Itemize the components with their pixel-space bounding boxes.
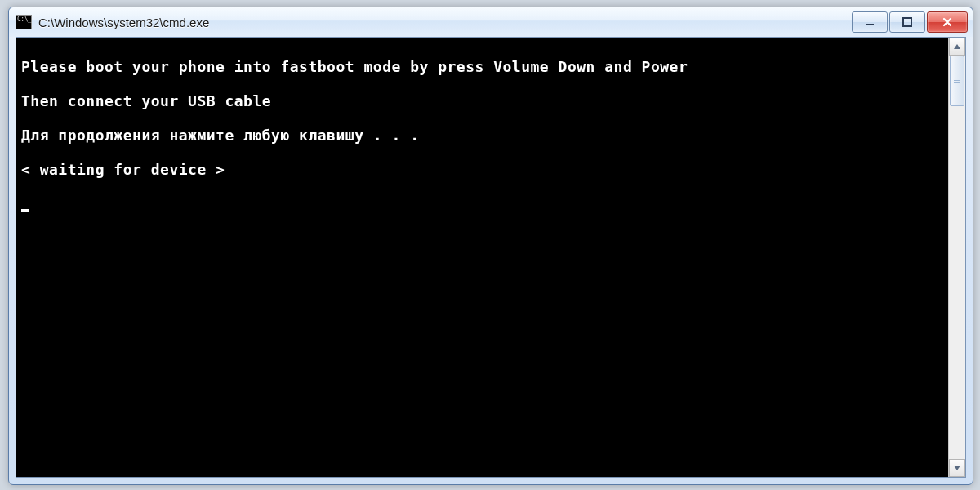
console-output[interactable]: Please boot your phone into fastboot mod… <box>16 38 948 477</box>
window-controls <box>852 11 968 33</box>
scroll-track[interactable] <box>949 56 965 459</box>
console-line: Please boot your phone into fastboot mod… <box>21 58 943 75</box>
scroll-up-button[interactable] <box>949 38 965 56</box>
maximize-button[interactable] <box>889 11 925 33</box>
console-line: Then connect your USB cable <box>21 92 943 109</box>
desktop: C:\Windows\system32\cmd.exe Please boot … <box>0 0 980 490</box>
window-title: C:\Windows\system32\cmd.exe <box>38 16 852 29</box>
client-area: Please boot your phone into fastboot mod… <box>16 37 966 478</box>
scroll-down-button[interactable] <box>949 459 965 477</box>
svg-rect-1 <box>903 18 911 26</box>
cursor-icon <box>21 209 29 212</box>
cmd-window: C:\Windows\system32\cmd.exe Please boot … <box>8 7 973 485</box>
titlebar[interactable]: C:\Windows\system32\cmd.exe <box>9 7 973 37</box>
minimize-button[interactable] <box>852 11 888 33</box>
console-line: Для продолжения нажмите любую клавишу . … <box>21 127 943 144</box>
console-line: < waiting for device > <box>21 161 943 178</box>
svg-rect-0 <box>866 24 874 25</box>
close-button[interactable] <box>927 11 968 33</box>
vertical-scrollbar[interactable] <box>948 38 965 477</box>
scroll-thumb[interactable] <box>950 56 964 106</box>
cmd-icon <box>16 15 32 29</box>
